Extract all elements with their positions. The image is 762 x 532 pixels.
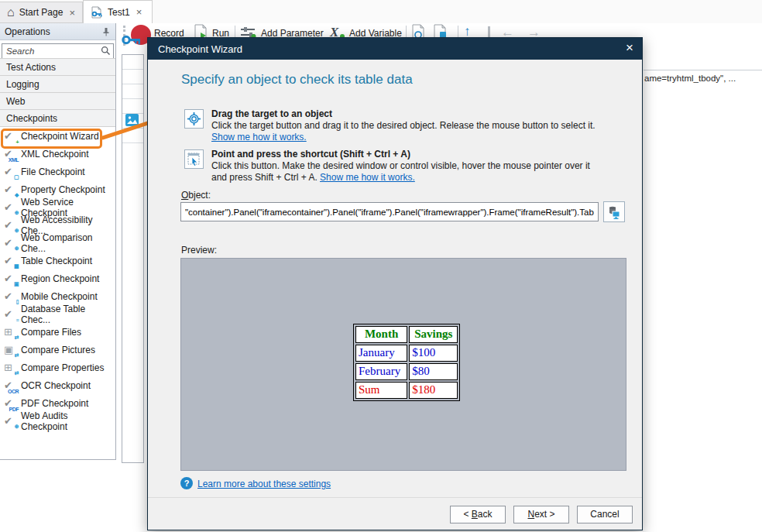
checkpoint-icon: ✔ OCR [4, 379, 17, 392]
object-picker-icon [607, 205, 621, 219]
operations-list-item[interactable]: ✔ XML XML Checkpoint [0, 145, 115, 163]
operations-list-item[interactable]: ✔ + Checkpoint Wizard [0, 127, 115, 145]
operations-list-item[interactable]: ⊞ ⇄ Compare Properties [0, 359, 115, 376]
table-row: January $100 [355, 345, 458, 362]
target-icon [187, 112, 201, 125]
window-cursor-icon [187, 153, 201, 166]
operations-item-label: Web [6, 96, 25, 107]
dialog-heading: Specify an object to check its table dat… [181, 72, 413, 88]
editor-grid-line [644, 70, 762, 70]
operations-list-item[interactable]: Checkpoints [0, 109, 115, 127]
operations-item-label: Table Checkpoint [21, 256, 92, 266]
operations-list-item[interactable]: Test Actions [0, 58, 115, 76]
next-button[interactable]: Next > [513, 506, 569, 523]
home-icon: ⌂ [7, 6, 15, 19]
operations-item-label: Checkpoints [6, 113, 57, 124]
operations-item-label: Test Actions [6, 62, 56, 73]
operations-list-item[interactable]: Logging [0, 75, 115, 93]
operations-item-label: XML Checkpoint [21, 149, 89, 160]
show-me-how-link[interactable]: Show me how it works. [320, 172, 415, 183]
drag-target-button[interactable] [184, 109, 204, 129]
operations-item-label: Compare Pictures [21, 345, 95, 355]
checkpoint-wizard-dialog: Checkpoint Wizard × Specify an object to… [147, 37, 643, 530]
back-button[interactable]: < Back [450, 506, 506, 523]
tab-test1[interactable]: Test1 × [83, 0, 153, 23]
operations-item-label: Checkpoint Wizard [21, 131, 99, 142]
help-icon[interactable]: ? [180, 477, 193, 489]
table-cell: Savings [409, 326, 458, 343]
point-section-body2: and press Shift + Ctrl + A. [211, 172, 320, 183]
operations-list-item[interactable]: ✔ ▢ File Checkpoint [0, 163, 115, 180]
learn-more-link[interactable]: Learn more about these settings [197, 479, 331, 489]
operations-panel-header: Operations [0, 23, 115, 40]
key-icon [121, 34, 142, 46]
operations-list-item[interactable]: ✔ ▦ Table Checkpoint [0, 252, 115, 269]
dialog-divider [148, 497, 642, 498]
table-cell: February [355, 363, 407, 380]
drag-section-title: Drag the target to an object [211, 108, 332, 119]
checkpoint-icon: ✔ ▢ [4, 166, 17, 178]
operations-list-item[interactable]: ✔ ≡ Database Table Chec... [0, 305, 115, 323]
dialog-title: Checkpoint Wizard [158, 43, 242, 55]
keyword-test-icon [91, 6, 103, 19]
table-cell: January [355, 345, 407, 362]
operations-list-item[interactable]: ▣ ⇄ Compare Pictures [0, 341, 115, 359]
document-tab-bar: ⌂ Start Page × Test1 × [0, 0, 762, 23]
checkpoint-icon: ⊞ ⇄ [4, 362, 17, 374]
checkpoint-icon: ✔ + [4, 130, 17, 142]
operations-list-item[interactable]: ✔ ⊕ Web Comparison Che... [0, 234, 115, 252]
editor-cell-text: ame=tryhtml_tbody", ... [644, 74, 736, 83]
table-cell: $180 [409, 382, 458, 399]
grid-row-divider [122, 69, 143, 70]
checkpoint-icon: ✔ ▣ [4, 273, 17, 285]
checkpoint-icon: ✔ ⊕ [4, 201, 17, 214]
preview-table: Month Savings January $100 February $80 … [353, 324, 460, 401]
tab-test1-label: Test1 [108, 7, 130, 18]
cancel-button[interactable]: Cancel [577, 506, 633, 523]
move-up-icon[interactable]: ↑ [464, 25, 471, 38]
operations-item-label: Database Table Chec... [21, 304, 115, 325]
checkpoint-icon: ✔ ▯ [4, 290, 17, 303]
table-cell: Month [355, 326, 407, 343]
operations-item-label: Mobile Checkpoint [21, 291, 98, 302]
dialog-titlebar: Checkpoint Wizard × [148, 38, 642, 60]
tab-start-page[interactable]: ⌂ Start Page × [0, 2, 83, 23]
show-me-how-link[interactable]: Show me how it works. [211, 132, 307, 142]
operations-item-label: Compare Files [21, 327, 81, 338]
operations-item-label: Web Audits Checkpoint [21, 410, 115, 432]
point-shortcut-button[interactable] [184, 149, 204, 169]
operations-item-label: Web Comparison Che... [21, 232, 115, 254]
grid-row-divider [122, 128, 143, 129]
operations-item-label: PDF Checkpoint [21, 398, 88, 409]
checkpoint-icon: ✔ ≡ [4, 308, 17, 321]
table-cell: $80 [409, 363, 458, 380]
highlight-object-button[interactable] [603, 201, 625, 222]
close-icon[interactable]: × [136, 6, 142, 18]
search-icon [101, 46, 111, 56]
pin-icon[interactable] [101, 27, 111, 36]
search-input[interactable] [2, 43, 114, 59]
preview-area: Month Savings January $100 February $80 … [180, 258, 626, 471]
table-row: Sum $180 [355, 382, 458, 399]
object-input[interactable] [180, 202, 599, 221]
checkpoint-icon: ✔ ⊕ [4, 219, 17, 232]
testcomplete-window: ⌂ Start Page × Test1 × Operations [0, 0, 762, 532]
table-cell: $100 [409, 345, 458, 362]
operations-item-label: Region Checkpoint [21, 273, 99, 284]
operations-list: Test Actions Logging Web [0, 59, 115, 430]
preview-label: Preview: [181, 245, 217, 256]
close-icon[interactable]: × [626, 40, 633, 56]
checkpoint-icon: ⊞ ⇄ [4, 326, 17, 338]
operations-list-item[interactable]: Web [0, 92, 115, 110]
checkpoint-icon: ✔ PDF [4, 397, 17, 410]
point-section-body: Click this button. Make the desired wind… [211, 160, 590, 171]
search-box [2, 43, 114, 59]
operations-list-item[interactable]: ✔ ▣ Region Checkpoint [0, 269, 115, 287]
operations-item-label: Compare Properties [21, 362, 104, 373]
drag-section-body: Click the target button and drag it to t… [211, 120, 596, 131]
operations-list-item[interactable]: ⊞ ⇄ Compare Files [0, 323, 115, 341]
tab-start-page-label: Start Page [19, 7, 64, 18]
close-icon[interactable]: × [69, 7, 75, 19]
operations-list-item[interactable]: ✔ OCR OCR Checkpoint [0, 376, 115, 394]
operations-list-item[interactable]: ✔ ⊕ Web Audits Checkpoint [0, 412, 115, 430]
